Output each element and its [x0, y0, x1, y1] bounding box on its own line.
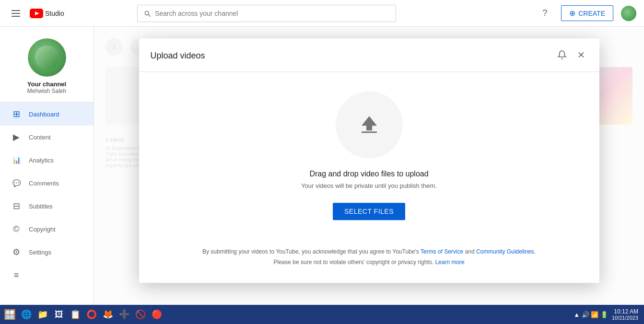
sidebar-item-analytics[interactable]: 📊 Analytics: [0, 149, 94, 172]
studio-label: Studio: [45, 10, 64, 17]
sidebar-nav: ⊞ Dashboard ▶ Content 📊 Analytics 💬 Comm…: [0, 103, 94, 316]
sidebar: Your channel Mehwish Saleh ⊞ Dashboard ▶…: [0, 27, 94, 324]
analytics-icon: 📊: [12, 156, 21, 164]
sidebar-item-label: Content: [29, 134, 51, 141]
channel-avatar[interactable]: [28, 38, 66, 77]
sidebar-item-copyright[interactable]: © Copyright: [0, 218, 94, 241]
sidebar-item-label: Settings: [29, 249, 51, 256]
taskbar-chrome-button[interactable]: 🔴: [149, 307, 164, 322]
upload-title: Drag and drop video files to upload: [309, 170, 428, 178]
more-icon: ≡: [12, 270, 21, 280]
main-content: ↑ 📡 ✏ Y AEND s Here or inspiration for y…: [94, 27, 644, 324]
taskbar-tool-button[interactable]: 📋: [68, 307, 83, 322]
search-bar[interactable]: [137, 5, 396, 22]
taskbar-icons-tray: ▲ 🔊 📶 🔋: [574, 311, 608, 318]
footer-text-before-tos: By submitting your videos to YouTube, yo…: [202, 248, 421, 255]
dashboard-icon: ⊞: [12, 109, 21, 119]
subtitles-icon: ⊟: [12, 201, 21, 211]
notification-button[interactable]: [555, 48, 569, 64]
search-input[interactable]: [155, 10, 390, 17]
upload-subtitle: Your videos will be private until you pu…: [301, 182, 437, 189]
topbar-right: ? ⊕ CREATE: [536, 5, 636, 22]
sidebar-item-more[interactable]: ≡: [0, 264, 94, 287]
modal-title: Upload videos: [151, 51, 205, 61]
search-icon: [143, 10, 151, 17]
create-label: CREATE: [578, 10, 605, 17]
sidebar-item-content[interactable]: ▶ Content: [0, 126, 94, 149]
modal-footer-tos: By submitting your videos to YouTube, yo…: [151, 247, 588, 257]
sidebar-item-comments[interactable]: 💬 Comments: [0, 172, 94, 195]
close-button[interactable]: [574, 48, 588, 64]
settings-icon: ⚙: [12, 247, 21, 257]
footer-copyright-text: Please be sure not to violate others' co…: [273, 259, 435, 266]
svg-rect-6: [362, 131, 377, 133]
modal-header: Upload videos: [139, 38, 599, 72]
avatar[interactable]: [621, 6, 636, 21]
upload-drop-zone[interactable]: [336, 91, 403, 158]
upload-modal: Upload videos: [139, 38, 599, 283]
modal-body: Drag and drop video files to upload Your…: [139, 72, 599, 235]
upload-arrow-icon: [360, 116, 379, 133]
menu-button[interactable]: [8, 6, 24, 21]
main-layout: Your channel Mehwish Saleh ⊞ Dashboard ▶…: [0, 27, 644, 324]
sidebar-item-label: Copyright: [29, 226, 56, 233]
channel-info: Your channel Mehwish Saleh: [0, 27, 94, 103]
taskbar-folder-button[interactable]: 📁: [35, 307, 50, 322]
footer-period: .: [534, 248, 536, 255]
tos-link[interactable]: Terms of Service: [421, 248, 463, 255]
taskbar-image-button[interactable]: 🖼: [51, 307, 67, 322]
create-button[interactable]: ⊕ CREATE: [561, 5, 613, 21]
time-block: 10:12 AM 10/21/2023: [612, 308, 638, 321]
channel-handle: Mehwish Saleh: [27, 88, 66, 94]
topbar: Studio ? ⊕ CREATE: [0, 0, 644, 27]
taskbar-firefox-button[interactable]: 🦊: [100, 307, 116, 322]
topbar-left: Studio: [8, 6, 64, 21]
taskbar-add-button[interactable]: ➕: [117, 307, 132, 322]
taskbar-ie-button[interactable]: 🌐: [19, 307, 34, 322]
select-files-button[interactable]: SELECT FILES: [333, 203, 405, 220]
modal-footer-copyright: Please be sure not to violate others' co…: [151, 257, 588, 268]
modal-header-actions: [555, 48, 588, 64]
taskbar-block-button[interactable]: 🚫: [133, 307, 148, 322]
sidebar-item-label: Comments: [29, 180, 59, 187]
learn-more-link[interactable]: Learn more: [435, 259, 464, 266]
footer-and: and: [463, 248, 476, 255]
clock-time: 10:12 AM: [612, 308, 638, 315]
channel-name: Your channel: [27, 81, 66, 88]
copyright-icon: ©: [12, 224, 21, 234]
taskbar-right: ▲ 🔊 📶 🔋 10:12 AM 10/21/2023: [570, 308, 642, 321]
clock-date: 10/21/2023: [612, 315, 638, 321]
modal-footer: By submitting your videos to YouTube, yo…: [139, 235, 599, 283]
taskbar: 🪟 🌐 📁 🖼 📋 ⭕ 🦊 ➕ 🚫 🔴 ▲ 🔊 📶 🔋 10:12 AM 10/…: [0, 305, 644, 324]
community-guidelines-link[interactable]: Community Guidelines: [476, 248, 534, 255]
youtube-studio-logo: Studio: [30, 9, 64, 18]
sidebar-item-subtitles[interactable]: ⊟ Subtitles: [0, 195, 94, 218]
sidebar-item-settings[interactable]: ⚙ Settings: [0, 241, 94, 264]
youtube-icon: [30, 9, 43, 18]
sidebar-item-label: Subtitles: [29, 203, 53, 210]
content-icon: ▶: [12, 132, 21, 142]
close-icon: [576, 50, 586, 59]
comments-icon: 💬: [12, 179, 21, 187]
bell-icon: [557, 50, 567, 59]
help-button[interactable]: ?: [536, 5, 553, 22]
sidebar-item-label: Dashboard: [29, 111, 59, 118]
sidebar-item-dashboard[interactable]: ⊞ Dashboard: [0, 103, 94, 126]
taskbar-start-button[interactable]: 🪟: [2, 307, 18, 322]
create-icon: ⊕: [569, 9, 575, 18]
sidebar-item-label: Analytics: [29, 157, 54, 164]
taskbar-circle-button[interactable]: ⭕: [84, 307, 99, 322]
svg-marker-5: [362, 116, 377, 130]
